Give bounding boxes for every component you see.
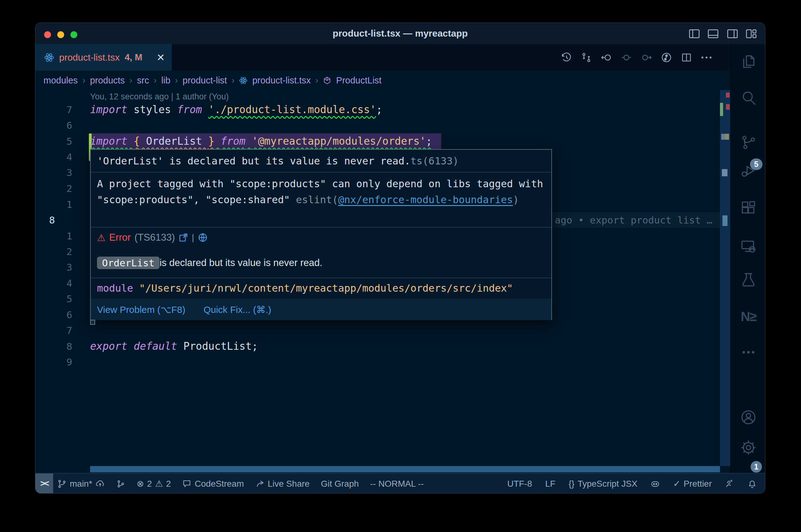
line-number: 2 [35, 244, 72, 260]
settings-gear-icon[interactable] [740, 439, 757, 456]
extensions-icon[interactable] [740, 200, 757, 217]
problems-item[interactable]: ⊗ 2 ⚠ 2 [137, 478, 171, 489]
toggle-secondary-sidebar-icon[interactable] [725, 28, 740, 39]
hover-eslint-diagnostic: A project tagged with "scope:products" c… [91, 176, 551, 208]
remote-indicator[interactable]: >< [35, 474, 53, 494]
git-compare-icon[interactable] [580, 52, 592, 63]
eol-item[interactable]: LF [545, 479, 556, 489]
token-string: './product-list.module.css' [208, 103, 376, 116]
source-control-badge: 5 [750, 158, 763, 170]
module-keyword: module [97, 282, 133, 294]
hover-status-bar: View Problem (⌥F8) Quick Fix... (⌘.) [91, 299, 551, 320]
more-actions-icon[interactable] [700, 52, 712, 63]
status-right: UTF-8 LF {} TypeScript JSX ✓ Prettier [507, 474, 757, 494]
navigate-forward-icon[interactable] [640, 52, 652, 63]
token-keyword: export [90, 340, 127, 352]
braces-icon: {} [568, 479, 575, 489]
tab-problem-badge: 4, M [125, 52, 142, 62]
tab-label: product-list.tsx [59, 52, 120, 63]
view-problem-action[interactable]: View Problem (⌥F8) [97, 304, 185, 315]
line-number: 9 [35, 354, 72, 370]
copilot-item[interactable] [651, 479, 660, 489]
error-count: 2 [147, 479, 152, 489]
notifications-item[interactable] [747, 479, 757, 489]
git-branch-item[interactable]: main* [57, 479, 105, 489]
line-number: 5 [35, 133, 72, 149]
account-icon[interactable] [740, 408, 757, 426]
breadcrumb-product-list[interactable]: product-list [183, 75, 227, 86]
live-share-item[interactable]: Live Share [255, 479, 310, 489]
hover-error-header: ⚠ Error (TS6133) | [91, 227, 551, 248]
breadcrumb-separator: › [154, 76, 157, 86]
person-check-icon [725, 479, 734, 489]
quick-fix-action[interactable]: Quick Fix... (⌘.) [203, 304, 271, 315]
breadcrumb-modules[interactable]: modules [43, 75, 78, 86]
token-keyword: import [90, 103, 127, 116]
breadcrumb-separator: › [232, 76, 234, 86]
line-number: 3 [35, 260, 72, 275]
token-string: '@myreactapp/modules/orders' [252, 135, 426, 147]
tab-close-icon[interactable]: ✕ [157, 52, 165, 63]
language-mode-item[interactable]: {} TypeScript JSX [568, 479, 637, 489]
toggle-panel-icon[interactable] [706, 28, 720, 39]
overview-warning-mark [725, 134, 729, 140]
token-text [214, 135, 221, 147]
react-icon [239, 76, 248, 85]
hover-module-path: module "/Users/juri/nrwl/content/myreact… [91, 278, 551, 299]
timeline-history-icon[interactable] [560, 52, 572, 63]
error-code: (TS6133) [134, 232, 175, 243]
token-brace: } [208, 135, 215, 147]
line-number: 4 [35, 149, 72, 165]
breadcrumb-separator: › [83, 76, 86, 86]
more-views-icon[interactable] [740, 343, 757, 361]
explorer-icon[interactable] [740, 53, 757, 71]
diagnostic-message: 'OrderList' is declared but its value is… [97, 155, 411, 167]
token-text: styles [127, 103, 177, 116]
line-number: 8 [35, 339, 72, 354]
codestream-item[interactable]: CodeStream [182, 479, 244, 489]
eslint-rule-link[interactable]: @nx/enforce-module-boundaries [338, 194, 513, 206]
split-editor-icon[interactable] [680, 52, 692, 63]
overview-error-mark [726, 104, 730, 110]
token-keyword: from [177, 103, 202, 116]
feedback-item[interactable] [725, 479, 734, 489]
line-number: 6 [35, 117, 72, 133]
navigate-back-icon[interactable] [600, 52, 612, 63]
testing-beaker-icon[interactable] [740, 271, 757, 288]
line-number: 1 [35, 228, 72, 244]
customize-layout-icon[interactable] [744, 28, 759, 39]
nx-console-icon[interactable]: N≥ [740, 308, 757, 325]
hover-resize-grip[interactable] [90, 320, 95, 325]
step-marker-icon[interactable] [620, 52, 632, 63]
git-graph-item[interactable]: Git Graph [321, 479, 359, 489]
comment-icon [182, 479, 192, 489]
git-graph-status-icon[interactable] [116, 479, 126, 489]
token-text: ProductList; [177, 340, 258, 352]
token-keyword: default [133, 340, 177, 352]
breadcrumb-lib[interactable]: lib [161, 75, 170, 86]
git-graph-action-icon[interactable] [660, 52, 672, 63]
tab-product-list[interactable]: product-list.tsx 4, M ✕ [35, 44, 172, 71]
eslint-source: ) [513, 194, 519, 206]
symbol-class-icon [323, 76, 331, 85]
open-external-icon[interactable] [179, 233, 188, 242]
codelens-blame[interactable]: You, 12 seconds ago | 1 author (You) [90, 91, 229, 102]
vim-mode-indicator[interactable]: -- NORMAL -- [370, 479, 424, 489]
scrollbar-slider[interactable] [723, 215, 727, 226]
encoding-item[interactable]: UTF-8 [507, 479, 532, 489]
remote-explorer-icon[interactable] [740, 238, 757, 255]
source-control-icon[interactable] [740, 134, 757, 151]
breadcrumb-file[interactable]: product-list.tsx [252, 75, 311, 86]
globe-icon[interactable] [198, 232, 208, 243]
breadcrumb-src[interactable]: src [137, 75, 149, 86]
prettier-item[interactable]: ✓ Prettier [673, 478, 712, 489]
search-icon[interactable] [740, 89, 757, 107]
horizontal-scrollbar[interactable] [90, 466, 720, 472]
breadcrumb-symbol[interactable]: ProductList [336, 75, 381, 86]
prettier-label: Prettier [684, 479, 712, 489]
vertical-scrollbar[interactable] [720, 90, 730, 466]
divider [91, 172, 551, 173]
toggle-primary-sidebar-icon[interactable] [687, 28, 702, 39]
branch-name: main* [70, 479, 92, 489]
breadcrumb-products[interactable]: products [90, 75, 125, 86]
